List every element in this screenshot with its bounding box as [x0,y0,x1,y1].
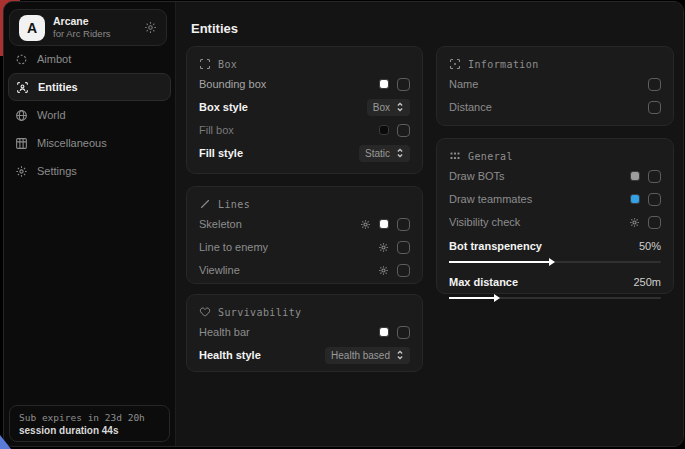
slider-track[interactable] [449,261,661,263]
slider-bot-transparency: Bot transpenency 50% [449,237,661,263]
setting-row: Visibility check [449,211,661,233]
sidebar-item-label: Aimbot [37,53,71,65]
setting-row: Name [449,73,661,95]
main-content: Entities Box Bounding box Box style [177,2,683,446]
checkbox[interactable] [648,101,661,114]
sidebar-nav: Aimbot Entities World Miscellaneous [4,45,175,185]
setting-row: Viewline [199,259,410,281]
sidebar-item-label: World [37,109,66,121]
gear-icon[interactable] [629,217,640,228]
checkbox[interactable] [397,124,410,137]
slider-label: Bot transpenency [449,240,542,252]
slider-max-distance: Max distance 250m [449,273,661,299]
entities-icon [16,81,29,94]
setting-label: Viewline [199,264,240,276]
panel-lines: Lines Skeleton Line to enemy [186,186,423,284]
setting-row: Distance [449,96,661,118]
app-subtitle: for Arc Riders [53,28,111,40]
setting-row: Bounding box [199,73,410,95]
page-title: Entities [191,21,238,36]
sidebar-item-settings[interactable]: Settings [4,157,175,185]
checkbox[interactable] [397,218,410,231]
setting-row: Skeleton [199,213,410,235]
panel-lines-header: Lines [199,196,410,212]
dropdown-value: Box [373,102,390,113]
color-swatch[interactable] [379,125,389,135]
checkbox[interactable] [648,170,661,183]
slider-fill[interactable] [449,297,494,299]
setting-label: Box style [199,101,248,113]
gear-icon[interactable] [378,242,389,253]
updown-icon [396,148,404,158]
dropdown-value: Static [365,148,390,159]
panel-title: Information [468,59,539,70]
setting-label: Line to enemy [199,241,268,253]
mouse-cursor [0,435,11,449]
setting-label: Fill style [199,147,243,159]
dropdown-box-style[interactable]: Box [367,99,410,116]
sidebar-item-entities[interactable]: Entities [8,73,171,101]
checkbox[interactable] [397,78,410,91]
updown-icon [396,102,404,112]
setting-label: Health bar [199,326,250,338]
color-swatch[interactable] [379,79,389,89]
color-swatch[interactable] [630,171,640,181]
color-swatch[interactable] [379,327,389,337]
setting-row: Line to enemy [199,236,410,258]
checkbox[interactable] [397,326,410,339]
sidebar-item-aimbot[interactable]: Aimbot [4,45,175,73]
setting-label: Health style [199,349,261,361]
setting-row: Draw BOTs [449,165,661,187]
app-title: Arcane [53,15,111,27]
slider-value: 250m [633,276,661,288]
updown-icon [396,350,404,360]
sidebar: A Arcane for Arc Riders Category Aimbot [4,2,176,446]
line-icon [199,198,211,210]
dropdown-value: Health based [331,350,390,361]
scan-icon [449,58,461,70]
gear-icon [15,165,28,178]
setting-row: Health style Health based [199,344,410,366]
slider-fill[interactable] [449,261,549,263]
dropdown-health-style[interactable]: Health based [325,347,410,364]
sidebar-item-label: Entities [38,81,78,93]
box-frame-icon [199,58,211,70]
panel-title: General [468,151,513,162]
gear-icon[interactable] [360,219,371,230]
panel-box: Box Bounding box Box style Box [186,46,423,174]
checkbox[interactable] [648,193,661,206]
sub-expiry-text: Sub expires in 23d 20h [19,412,160,423]
dots-grid-icon [449,150,461,162]
checkbox[interactable] [397,264,410,277]
dropdown-fill-style[interactable]: Static [359,145,410,162]
crosshair-icon [15,53,28,66]
panel-survivability-header: Survivability [199,304,410,320]
sidebar-item-miscellaneous[interactable]: Miscellaneous [4,129,175,157]
config-gear-icon[interactable] [144,21,157,34]
sidebar-item-label: Settings [37,165,77,177]
sidebar-item-world[interactable]: World [4,101,175,129]
panel-information: Information Name Distance [436,46,674,126]
logo-text: Arcane for Arc Riders [53,15,111,40]
checkbox[interactable] [648,216,661,229]
logo-avatar: A [19,15,45,41]
setting-row: Box style Box [199,96,410,118]
panel-title: Survivability [218,307,301,318]
color-swatch[interactable] [379,219,389,229]
cheat-menu-window: A Arcane for Arc Riders Category Aimbot [3,1,684,447]
color-swatch[interactable] [630,194,640,204]
slider-value: 50% [639,240,661,252]
sidebar-item-label: Miscellaneous [37,137,107,149]
setting-label: Skeleton [199,218,242,230]
globe-icon [15,109,28,122]
setting-label: Draw teammates [449,193,532,205]
heart-pulse-icon [199,306,211,318]
checkbox[interactable] [397,241,410,254]
setting-label: Visibility check [449,216,520,228]
setting-row: Draw teammates [449,188,661,210]
gear-icon[interactable] [378,265,389,276]
slider-track[interactable] [449,297,661,299]
checkbox[interactable] [648,78,661,91]
setting-row: Health bar [199,321,410,343]
panel-box-header: Box [199,56,410,72]
